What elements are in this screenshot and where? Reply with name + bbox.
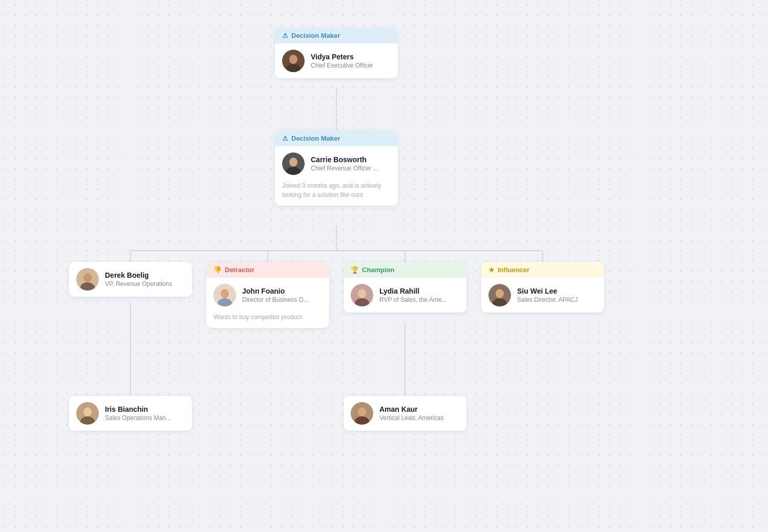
- person-title-iris: Sales Operations Man...: [105, 414, 171, 422]
- card-derek[interactable]: Derek Boelig VP, Revenue Operations: [69, 262, 192, 297]
- svg-point-16: [83, 273, 92, 282]
- avatar-carrie: [282, 152, 305, 175]
- person-name-siu: Siu Wei Lee: [517, 287, 578, 295]
- card-carrie[interactable]: ⚠ Decision Maker Carrie Bosworth Chief R…: [275, 130, 398, 206]
- card-aman[interactable]: Aman Kaur Vertical Lead, Americas: [344, 396, 466, 431]
- org-chart: ⚠ Decision Maker Vidya Peters Chief Exec…: [0, 0, 768, 532]
- svg-point-28: [83, 407, 92, 416]
- person-name-john: John Foanio: [242, 287, 308, 295]
- card-lydia[interactable]: 🏆 Champion Lydia Rahill RVP of Sales, th…: [344, 262, 466, 313]
- avatar-lydia: [351, 284, 373, 306]
- badge-label-vidya: Decision Maker: [291, 32, 340, 39]
- card-note-john: Wants to buy competitor product: [206, 313, 329, 328]
- detractor-icon: 👎: [214, 266, 222, 274]
- person-title-carrie: Chief Revenue Officer ...: [311, 165, 378, 172]
- person-name-derek: Derek Boelig: [105, 271, 172, 279]
- card-header-siu: ★ Influencer: [481, 262, 604, 278]
- avatar-vidya: [282, 50, 305, 72]
- card-body-john: John Foanio Director of Business D...: [206, 278, 329, 313]
- badge-label-siu: Influencer: [498, 266, 529, 274]
- person-name-iris: Iris Bianchin: [105, 405, 171, 413]
- avatar-john: [214, 284, 236, 306]
- card-body-derek: Derek Boelig VP, Revenue Operations: [69, 262, 192, 297]
- person-title-vidya: Chief Executive Officer: [311, 62, 373, 69]
- badge-label-lydia: Champion: [362, 266, 395, 274]
- person-name-vidya: Vidya Peters: [311, 53, 373, 61]
- decision-maker-icon: ⚠: [282, 32, 288, 39]
- card-vidya[interactable]: ⚠ Decision Maker Vidya Peters Chief Exec…: [275, 28, 398, 78]
- svg-point-22: [358, 289, 366, 298]
- person-title-aman: Vertical Lead, Americas: [379, 414, 443, 422]
- card-header-vidya: ⚠ Decision Maker: [275, 28, 398, 43]
- card-header-lydia: 🏆 Champion: [344, 262, 466, 278]
- card-body-iris: Iris Bianchin Sales Operations Man...: [69, 396, 192, 431]
- svg-point-13: [289, 158, 297, 167]
- badge-label-john: Detractor: [225, 266, 254, 274]
- person-title-john: Director of Business D...: [242, 296, 308, 303]
- card-header-carrie: ⚠ Decision Maker: [275, 130, 398, 146]
- card-body-vidya: Vidya Peters Chief Executive Officer: [275, 43, 398, 78]
- card-body-siu: Siu Wei Lee Sales Director, APACJ: [481, 278, 604, 313]
- person-title-derek: VP, Revenue Operations: [105, 280, 172, 287]
- card-body-carrie: Carrie Bosworth Chief Revenue Officer ..…: [275, 146, 398, 181]
- person-name-aman: Aman Kaur: [379, 405, 443, 413]
- influencer-icon: ★: [488, 266, 495, 274]
- badge-label-carrie: Decision Maker: [291, 135, 340, 142]
- svg-point-31: [358, 407, 366, 416]
- person-name-lydia: Lydia Rahill: [379, 287, 447, 295]
- champion-icon: 🏆: [351, 266, 359, 274]
- card-body-aman: Aman Kaur Vertical Lead, Americas: [344, 396, 466, 431]
- card-body-lydia: Lydia Rahill RVP of Sales, the Ame...: [344, 278, 466, 313]
- svg-point-25: [496, 289, 504, 298]
- person-name-carrie: Carrie Bosworth: [311, 156, 378, 164]
- avatar-siu: [488, 284, 511, 306]
- card-siu[interactable]: ★ Influencer Siu Wei Lee Sales Director,…: [481, 262, 604, 313]
- svg-point-19: [221, 289, 229, 298]
- avatar-iris: [76, 402, 99, 425]
- avatar-derek: [76, 268, 99, 291]
- card-header-john: 👎 Detractor: [206, 262, 329, 278]
- card-iris[interactable]: Iris Bianchin Sales Operations Man...: [69, 396, 192, 431]
- person-title-siu: Sales Director, APACJ: [517, 296, 578, 303]
- avatar-aman: [351, 402, 373, 425]
- card-note-carrie: Joined 3 months ago, and is actively loo…: [275, 181, 398, 206]
- svg-point-10: [289, 55, 297, 64]
- decision-maker-icon-carrie: ⚠: [282, 135, 288, 142]
- card-john[interactable]: 👎 Detractor John Foanio Director of Busi…: [206, 262, 329, 328]
- person-title-lydia: RVP of Sales, the Ame...: [379, 296, 447, 303]
